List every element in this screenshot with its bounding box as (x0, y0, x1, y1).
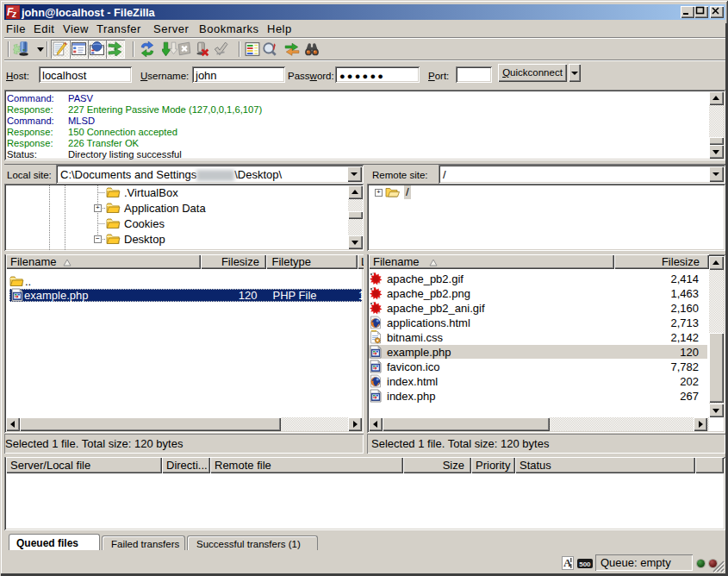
svg-text:z: z (11, 9, 16, 19)
svg-text:500: 500 (579, 560, 591, 568)
